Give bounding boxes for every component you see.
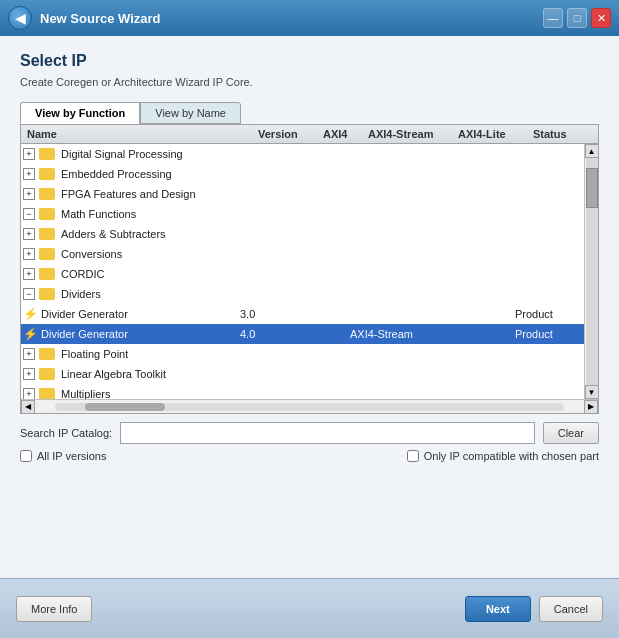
folder-icon	[39, 228, 55, 240]
row-label: Conversions	[61, 248, 122, 260]
title-bar-controls: — □ ✕	[543, 8, 611, 28]
row-label: Multipliers	[61, 388, 111, 399]
row-label: Linear Algebra Toolkit	[61, 368, 166, 380]
tree-row[interactable]: + Conversions	[21, 244, 584, 264]
tree-row[interactable]: + FPGA Features and Design	[21, 184, 584, 204]
folder-icon	[39, 268, 55, 280]
scroll-track-h	[55, 403, 564, 411]
col-version: 3.0	[240, 308, 305, 320]
scroll-right-button[interactable]: ▶	[584, 400, 598, 414]
search-area: Search IP Catalog: Clear	[20, 422, 599, 444]
all-versions-input[interactable]	[20, 450, 32, 462]
scroll-left-button[interactable]: ◀	[21, 400, 35, 414]
folder-icon	[39, 348, 55, 360]
scroll-down-button[interactable]: ▼	[585, 385, 599, 399]
tree-row[interactable]: − Math Functions	[21, 204, 584, 224]
minimize-button[interactable]: —	[543, 8, 563, 28]
folder-icon	[39, 168, 55, 180]
col-axi4stream: AXI4-Stream	[350, 328, 440, 340]
tree-row[interactable]: + Digital Signal Processing	[21, 144, 584, 164]
row-label: Adders & Subtracters	[61, 228, 166, 240]
maximize-button[interactable]: □	[567, 8, 587, 28]
tree-row[interactable]: + Adders & Subtracters	[21, 224, 584, 244]
folder-icon	[39, 208, 55, 220]
folder-icon	[39, 248, 55, 260]
expand-icon[interactable]: +	[23, 168, 35, 180]
scroll-up-button[interactable]: ▲	[585, 144, 599, 158]
col-header-axi4lite: AXI4-Lite	[458, 128, 533, 140]
all-versions-label: All IP versions	[37, 450, 107, 462]
footer-actions: Next Cancel	[465, 596, 603, 622]
tab-view-name[interactable]: View by Name	[140, 102, 241, 124]
folder-icon	[39, 388, 55, 399]
col-header-name: Name	[21, 128, 258, 140]
search-input[interactable]	[120, 422, 535, 444]
row-label: Digital Signal Processing	[61, 148, 183, 160]
scroll-thumb-h[interactable]	[85, 403, 165, 411]
expand-icon[interactable]: −	[23, 288, 35, 300]
col-header-status: Status	[533, 128, 598, 140]
tree-row[interactable]: + Linear Algebra Toolkit	[21, 364, 584, 384]
folder-icon	[39, 368, 55, 380]
row-label: CORDIC	[61, 268, 104, 280]
scroll-thumb[interactable]	[586, 168, 598, 208]
title-bar-left: ◀ New Source Wizard	[8, 6, 161, 30]
row-label: Dividers	[61, 288, 101, 300]
col-status: Product	[515, 328, 580, 340]
tree-row[interactable]: ⚡ Divider Generator 3.0 Product	[21, 304, 584, 324]
row-label: FPGA Features and Design	[61, 188, 196, 200]
tree-row[interactable]: + CORDIC	[21, 264, 584, 284]
expand-icon[interactable]: +	[23, 368, 35, 380]
expand-icon[interactable]: +	[23, 228, 35, 240]
tree-row[interactable]: + Floating Point	[21, 344, 584, 364]
row-label: Divider Generator	[41, 328, 128, 340]
expand-icon[interactable]: +	[23, 188, 35, 200]
more-info-button[interactable]: More Info	[16, 596, 92, 622]
col-version: 4.0	[240, 328, 305, 340]
close-button[interactable]: ✕	[591, 8, 611, 28]
ip-icon-selected: ⚡	[23, 327, 37, 341]
tree-body: + Digital Signal Processing + Emb	[21, 144, 584, 399]
expand-icon[interactable]: +	[23, 348, 35, 360]
expand-icon[interactable]: +	[23, 148, 35, 160]
expand-icon[interactable]: +	[23, 268, 35, 280]
tree-header: Name Version AXI4 AXI4-Stream AXI4-Lite …	[21, 125, 598, 144]
vertical-scrollbar[interactable]: ▲ ▼	[584, 144, 598, 399]
all-versions-checkbox[interactable]: All IP versions	[20, 450, 107, 462]
compatible-only-label: Only IP compatible with chosen part	[424, 450, 599, 462]
clear-button[interactable]: Clear	[543, 422, 599, 444]
tree-panel: Name Version AXI4 AXI4-Stream AXI4-Lite …	[20, 124, 599, 414]
tab-view-function[interactable]: View by Function	[20, 102, 140, 124]
window-title: New Source Wizard	[40, 11, 161, 26]
tab-container: View by Function View by Name	[20, 102, 599, 124]
checkbox-row: All IP versions Only IP compatible with …	[20, 450, 599, 462]
title-bar: ◀ New Source Wizard — □ ✕	[0, 0, 619, 36]
col-header-axi4: AXI4	[323, 128, 368, 140]
search-label: Search IP Catalog:	[20, 427, 112, 439]
horizontal-scrollbar[interactable]: ◀ ▶	[21, 399, 598, 413]
expand-icon[interactable]: +	[23, 388, 35, 399]
tree-row[interactable]: + Embedded Processing	[21, 164, 584, 184]
compatible-only-input[interactable]	[407, 450, 419, 462]
page-subtitle: Create Coregen or Architecture Wizard IP…	[20, 76, 599, 88]
folder-icon	[39, 288, 55, 300]
row-label: Math Functions	[61, 208, 136, 220]
main-content: Select IP Create Coregen or Architecture…	[0, 36, 619, 578]
page-title: Select IP	[20, 52, 599, 70]
compatible-only-checkbox[interactable]: Only IP compatible with chosen part	[407, 450, 599, 462]
back-button[interactable]: ◀	[8, 6, 32, 30]
next-button[interactable]: Next	[465, 596, 531, 622]
expand-icon[interactable]: −	[23, 208, 35, 220]
tree-row-selected[interactable]: ⚡ Divider Generator 4.0 AXI4-Stream Prod…	[21, 324, 584, 344]
footer: More Info Next Cancel	[0, 578, 619, 638]
col-header-axi4stream: AXI4-Stream	[368, 128, 458, 140]
col-status: Product	[515, 308, 580, 320]
row-label: Divider Generator	[41, 308, 128, 320]
expand-icon[interactable]: +	[23, 248, 35, 260]
col-header-version: Version	[258, 128, 323, 140]
tree-row[interactable]: − Dividers	[21, 284, 584, 304]
cancel-button[interactable]: Cancel	[539, 596, 603, 622]
tree-row[interactable]: + Multipliers	[21, 384, 584, 399]
ip-icon: ⚡	[23, 307, 37, 321]
row-label: Embedded Processing	[61, 168, 172, 180]
